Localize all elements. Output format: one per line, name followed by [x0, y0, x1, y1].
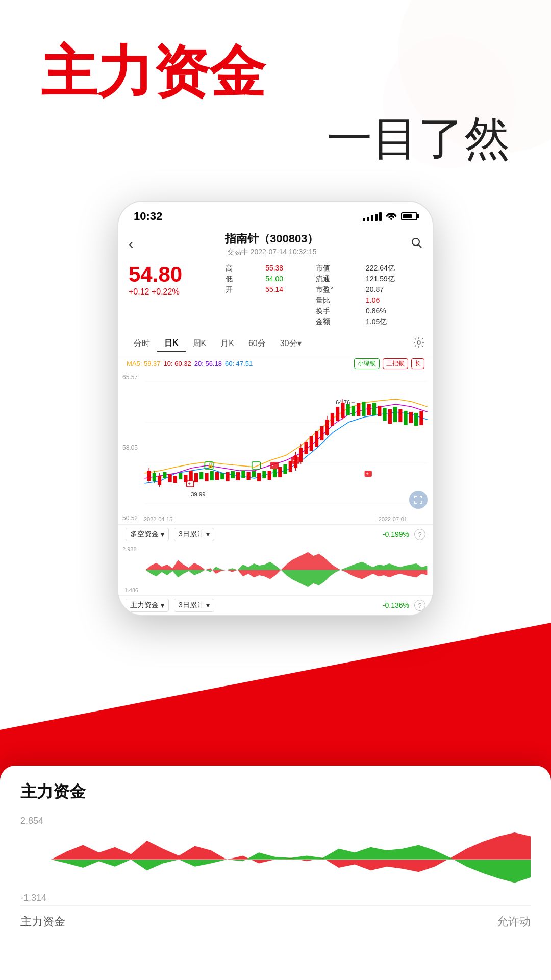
svg-rect-56 [346, 404, 350, 415]
phone-frame: 10:32 ‹ 指南针（300803 [117, 201, 434, 616]
fund-period-label-2: 3日累计 [179, 601, 204, 610]
svg-rect-36 [268, 471, 271, 480]
svg-rect-25 [210, 471, 214, 480]
svg-rect-18 [179, 473, 182, 479]
card-bottom-action[interactable]: 允许动 [497, 914, 531, 929]
ma-line: MA5: 59.37 10: 60.32 20: 56.18 60: 47.51… [118, 356, 433, 371]
svg-rect-30 [236, 472, 240, 480]
hero-section: 主力资金 一目了然 [0, 0, 551, 190]
svg-rect-67 [404, 411, 408, 425]
svg-rect-38 [278, 467, 282, 477]
svg-rect-35 [262, 471, 266, 478]
fund-value-1: -0.199% [383, 530, 409, 538]
svg-rect-34 [257, 473, 261, 481]
svg-rect-39 [283, 464, 287, 474]
x-label-end: 2022-07-01 [379, 516, 407, 522]
card-bottom-row: 主力资金 允许动 [20, 905, 531, 929]
svg-point-2 [412, 238, 419, 246]
svg-rect-48 [320, 426, 323, 440]
price-value: 54.80 [129, 264, 215, 285]
stock-name-area: 指南针（300803） 交易中 2022-07-14 10:32:15 [225, 231, 318, 257]
card-chart: 2.854 -1.314 [20, 814, 531, 905]
fund-help-2[interactable]: ? [414, 600, 425, 611]
candlestick-chart[interactable]: 65.57 58.05 50.52 [118, 371, 433, 524]
tab-fenshi[interactable]: 分时 [127, 336, 157, 351]
turnover-label: 换手 [316, 307, 361, 316]
hero-title-sub: 一目了然 [41, 108, 510, 170]
fund-value-2: -0.136% [383, 601, 409, 609]
fund-period-selector-2[interactable]: 3日累计 ▾ [174, 599, 214, 612]
svg-rect-66 [398, 409, 402, 422]
svg-rect-52 [336, 407, 339, 421]
svg-text:🔒: 🔒 [207, 462, 214, 469]
svg-rect-20 [189, 471, 193, 481]
tab-60min[interactable]: 60分 [241, 336, 273, 351]
svg-rect-65 [393, 407, 397, 422]
svg-rect-68 [409, 412, 413, 423]
tab-weekly[interactable]: 周K [186, 336, 214, 351]
tab-daily[interactable]: 日K [157, 336, 186, 352]
back-button[interactable]: ‹ [129, 236, 133, 252]
status-time: 10:32 [134, 210, 162, 223]
tab-30min[interactable]: 30分▾ [273, 336, 309, 351]
svg-rect-45 [304, 442, 308, 454]
x-label-start: 2022-04-15 [144, 516, 172, 522]
svg-text:64.76←: 64.76← [336, 399, 356, 405]
phone-mockup: 10:32 ‹ 指南针（300803 [0, 201, 551, 616]
fund-period-label-1: 3日累计 [179, 530, 204, 539]
svg-text:+: + [366, 471, 369, 476]
svg-marker-85 [51, 832, 531, 872]
chart-expand-button[interactable] [409, 491, 428, 509]
hero-title-main: 主力资金 [41, 41, 510, 103]
svg-rect-31 [241, 471, 245, 478]
svg-rect-60 [367, 404, 371, 415]
pe-value: 20.87 [366, 285, 422, 295]
market-cap-value: 222.64亿 [366, 264, 422, 273]
market-cap-label: 市值 [316, 264, 361, 273]
svg-rect-28 [226, 472, 229, 481]
fund-period-arrow-1: ▾ [206, 530, 210, 538]
vol-ratio-value: 1.06 [366, 296, 422, 305]
mini-chart-1: 2.938 -1.486 [118, 544, 433, 595]
stock-subtitle: 交易中 2022-07-14 10:32:15 [225, 248, 318, 257]
fund-type-selector-1[interactable]: 多空资金 ▾ [126, 528, 169, 541]
chart-svg: -39.99 [118, 371, 433, 524]
price-section: 54.80 +0.12 +0.22% 高 55.38 市值 222.64亿 低 … [118, 259, 433, 332]
search-button[interactable] [410, 236, 422, 252]
svg-line-3 [419, 245, 422, 248]
svg-rect-61 [372, 403, 376, 415]
svg-rect-69 [414, 413, 418, 426]
svg-text:-: - [293, 457, 294, 463]
svg-text:+: + [188, 481, 191, 486]
svg-rect-70 [419, 411, 423, 425]
stock-header: ‹ 指南针（300803） 交易中 2022-07-14 10:32:15 [118, 227, 433, 259]
badge-small-green-lock[interactable]: 小绿锁 [354, 358, 380, 369]
svg-rect-29 [231, 471, 235, 478]
svg-rect-16 [168, 474, 172, 482]
fund-period-arrow-2: ▾ [206, 601, 210, 609]
svg-rect-64 [388, 409, 392, 424]
bottom-card: 主力资金 2.854 -1.314 主力资金 允许动 [0, 766, 551, 980]
svg-rect-62 [378, 406, 381, 416]
fund-period-selector-1[interactable]: 3日累计 ▾ [174, 528, 214, 541]
svg-rect-37 [273, 469, 277, 477]
card-y-bottom: -1.314 [20, 893, 46, 903]
fund-type-selector-2[interactable]: 主力资金 ▾ [126, 599, 169, 612]
open-value: 55.14 [265, 285, 311, 295]
svg-rect-23 [199, 472, 203, 479]
chart-settings-icon[interactable] [413, 337, 424, 351]
badge-long[interactable]: 长 [411, 358, 424, 369]
svg-rect-32 [247, 472, 251, 480]
fund-help-1[interactable]: ? [414, 529, 425, 540]
svg-rect-46 [310, 436, 313, 451]
tab-monthly[interactable]: 月K [213, 336, 241, 351]
card-y-labels: 2.854 -1.314 [20, 814, 46, 905]
lock-badges: 小绿锁 三把锁 长 [354, 358, 424, 369]
battery-icon [401, 212, 417, 220]
signal-icon [363, 212, 382, 221]
badge-three-lock[interactable]: 三把锁 [383, 358, 408, 369]
card-y-top: 2.854 [20, 816, 46, 826]
amount-value: 1.05亿 [366, 317, 422, 327]
fund-type-arrow-2: ▾ [161, 601, 164, 609]
fund-row-1: 多空资金 ▾ 3日累计 ▾ -0.199% ? [118, 524, 433, 544]
